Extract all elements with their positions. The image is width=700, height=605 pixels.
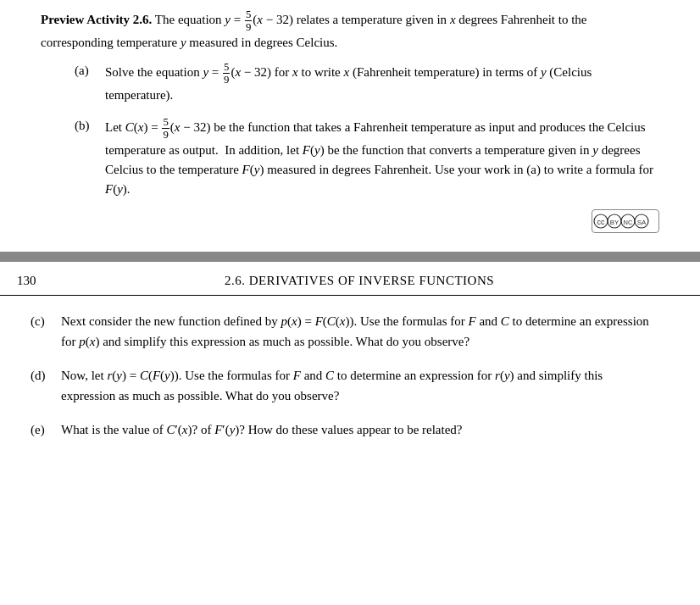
bottom-item-c-content: Next consider the new function defined b… xyxy=(61,311,659,352)
sub-item-a-label: (a) xyxy=(75,61,105,80)
top-section: Preview Activity 2.6. The equation y = 5… xyxy=(0,0,700,252)
sub-item-b: (b) Let C(x) = 59(x − 32) be the functio… xyxy=(75,116,659,200)
svg-text:cc: cc xyxy=(597,218,606,226)
bottom-item-c-label: (c) xyxy=(31,311,61,331)
bottom-item-e: (e) What is the value of C′(x)? of F′(y)… xyxy=(31,419,659,440)
svg-text:NC: NC xyxy=(624,219,633,226)
preview-activity: Preview Activity 2.6. The equation y = 5… xyxy=(41,8,659,53)
page-header: 130 2.6. DERIVATIVES OF INVERSE FUNCTION… xyxy=(0,262,700,296)
cc-svg: cc BY NC SA xyxy=(593,210,658,232)
sub-item-b-content: Let C(x) = 59(x − 32) be the function th… xyxy=(105,116,659,200)
svg-text:SA: SA xyxy=(637,219,647,226)
cc-badge-area: cc BY NC SA xyxy=(41,209,659,233)
page-number: 130 xyxy=(17,274,59,288)
bottom-section: 130 2.6. DERIVATIVES OF INVERSE FUNCTION… xyxy=(0,262,700,470)
sub-item-a: (a) Solve the equation y = 59(x − 32) fo… xyxy=(75,61,659,105)
sub-items-list: (a) Solve the equation y = 59(x − 32) fo… xyxy=(75,61,659,199)
bottom-items-list: (c) Next consider the new function defin… xyxy=(0,311,700,440)
sub-item-b-label: (b) xyxy=(75,116,105,136)
bottom-item-d: (d) Now, let r(y) = C(F(y)). Use the for… xyxy=(31,365,659,406)
bottom-item-d-label: (d) xyxy=(31,365,61,386)
cc-icon: cc BY NC SA xyxy=(592,209,659,233)
section-divider xyxy=(0,252,700,262)
bottom-item-c: (c) Next consider the new function defin… xyxy=(31,311,659,352)
measured-word: measured xyxy=(189,36,237,49)
bottom-item-e-label: (e) xyxy=(31,419,61,440)
sub-item-a-content: Solve the equation y = 59(x − 32) for x … xyxy=(105,61,659,105)
bottom-item-d-content: Now, let r(y) = C(F(y)). Use the formula… xyxy=(61,365,659,406)
chapter-title: 2.6. DERIVATIVES OF INVERSE FUNCTIONS xyxy=(59,274,659,288)
svg-text:BY: BY xyxy=(610,219,619,226)
preview-label: Preview Activity 2.6. xyxy=(41,13,152,26)
bottom-item-e-content: What is the value of C′(x)? of F′(y)? Ho… xyxy=(61,419,659,440)
